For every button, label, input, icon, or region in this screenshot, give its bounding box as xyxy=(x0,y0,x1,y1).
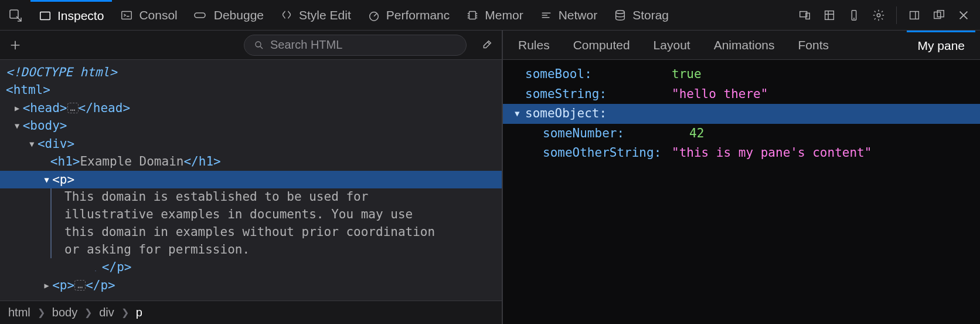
svg-rect-7 xyxy=(806,13,809,19)
tool-memory[interactable]: Memor xyxy=(458,0,531,30)
svg-rect-8 xyxy=(825,11,834,19)
p-tag-close[interactable]: </p> xyxy=(102,260,132,274)
device-icon[interactable] xyxy=(843,5,865,26)
crumb-html[interactable]: html xyxy=(8,306,30,319)
tool-performance[interactable]: Performanc xyxy=(359,0,458,30)
value: 42 xyxy=(689,124,704,144)
tab-animations[interactable]: Animations xyxy=(703,31,785,59)
frames-icon[interactable] xyxy=(819,5,840,26)
svg-point-15 xyxy=(256,42,261,47)
tool-label: Networ xyxy=(559,8,598,22)
svg-point-5 xyxy=(616,10,625,14)
head-tag-close[interactable]: </head> xyxy=(79,101,131,115)
markup-panel: Search HTML <!DOCTYPE html> <html> ▸<hea… xyxy=(0,31,503,324)
crumb-div[interactable]: div xyxy=(99,306,114,319)
svg-rect-1 xyxy=(40,12,50,20)
settings-icon[interactable] xyxy=(868,5,889,26)
twisty-expanded-icon[interactable]: ▾ xyxy=(13,117,23,134)
sidebar-panel: Rules Computed Layout Animations Fonts M… xyxy=(503,31,980,324)
head-tag-open[interactable]: <head> xyxy=(23,101,67,115)
twisty-collapsed-icon[interactable]: ▸ xyxy=(43,276,52,294)
tool-network[interactable]: Networ xyxy=(532,0,606,30)
object-row[interactable]: someBool: true xyxy=(503,65,980,85)
p-text[interactable]: This domain is established to be used fo… xyxy=(50,188,449,258)
chevron-right-icon: ❯ xyxy=(84,307,92,318)
twisty-expanded-icon[interactable]: ▾ xyxy=(43,171,52,188)
tab-mypane[interactable]: My pane xyxy=(907,31,975,59)
value: "hello there" xyxy=(672,85,768,104)
breadcrumb[interactable]: html ❯ body ❯ div ❯ p xyxy=(0,301,502,324)
object-row[interactable]: someNumber: 42 xyxy=(503,124,980,144)
tool-label: Consol xyxy=(139,8,177,22)
crumb-p[interactable]: p xyxy=(136,306,142,319)
dock-window-icon[interactable] xyxy=(928,5,950,26)
tab-computed[interactable]: Computed xyxy=(563,31,641,59)
svg-rect-2 xyxy=(122,11,132,19)
h1-text[interactable]: Example Domain xyxy=(80,154,183,168)
svg-rect-4 xyxy=(469,11,476,19)
twisty-expanded-icon[interactable]: ▾ xyxy=(513,104,525,124)
twisty-expanded-icon[interactable]: ▾ xyxy=(28,135,38,153)
devtools-toolbar: Inspecto Consol Debugge Style Edit Perfo… xyxy=(0,0,980,31)
search-placeholder: Search HTML xyxy=(270,38,342,52)
tab-rules[interactable]: Rules xyxy=(508,31,560,59)
tool-console[interactable]: Consol xyxy=(112,0,185,30)
key: someString xyxy=(525,87,599,101)
sidebar-tabs: Rules Computed Layout Animations Fonts M… xyxy=(503,31,980,60)
p2-tag-open[interactable]: <p> xyxy=(52,278,74,292)
object-viewer[interactable]: someBool: true someString: "hello there"… xyxy=(503,60,980,324)
responsive-design-icon[interactable] xyxy=(794,5,815,26)
doctype[interactable]: <!DOCTYPE html> xyxy=(6,65,117,79)
tab-fonts[interactable]: Fonts xyxy=(788,31,840,59)
svg-rect-12 xyxy=(910,11,919,19)
crumb-body[interactable]: body xyxy=(52,306,77,319)
search-input[interactable]: Search HTML xyxy=(244,35,467,56)
value: "this is my pane's content" xyxy=(672,143,872,163)
chevron-right-icon: ❯ xyxy=(38,307,45,318)
tab-layout[interactable]: Layout xyxy=(643,31,701,59)
key: someNumber xyxy=(543,126,617,140)
ellipsis-icon[interactable]: … xyxy=(67,103,79,113)
body-tag[interactable]: <body> xyxy=(23,119,67,133)
tool-storage[interactable]: Storag xyxy=(605,0,677,30)
tool-inspector[interactable]: Inspecto xyxy=(30,0,112,30)
svg-point-10 xyxy=(854,18,855,19)
key: someOtherString xyxy=(543,146,654,160)
dock-side-icon[interactable] xyxy=(904,5,925,26)
pick-element-button[interactable] xyxy=(0,0,30,30)
h1-tag-close[interactable]: </h1> xyxy=(183,154,220,168)
svg-point-11 xyxy=(877,14,880,17)
tool-label: Performanc xyxy=(386,8,450,22)
h1-tag-open[interactable]: <h1> xyxy=(50,154,80,168)
tool-styleeditor[interactable]: Style Edit xyxy=(272,0,359,30)
html-tag[interactable]: <html> xyxy=(6,83,50,97)
tool-label: Inspecto xyxy=(57,9,104,23)
object-row[interactable]: someString: "hello there" xyxy=(503,85,980,104)
tool-debugger[interactable]: Debugge xyxy=(186,0,272,30)
tool-label: Debugge xyxy=(214,8,264,22)
tool-label: Storag xyxy=(632,8,669,22)
tool-label: Memor xyxy=(485,8,523,22)
markup-tree[interactable]: <!DOCTYPE html> <html> ▸<head>…</head> ▾… xyxy=(0,60,502,301)
close-icon[interactable] xyxy=(953,5,974,26)
div-tag[interactable]: <div> xyxy=(38,137,74,151)
p2-tag-close[interactable]: </p> xyxy=(86,278,115,292)
divider xyxy=(896,6,897,24)
key: someBool xyxy=(525,67,584,81)
value: true xyxy=(672,65,702,85)
tool-label: Style Edit xyxy=(299,8,351,22)
ellipsis-icon[interactable]: … xyxy=(74,280,86,291)
eyedropper-icon[interactable] xyxy=(476,35,497,56)
search-icon xyxy=(254,40,264,50)
selected-node[interactable]: ▾<p> xyxy=(0,171,502,188)
key: someObject xyxy=(525,106,599,120)
p-tag-open[interactable]: <p> xyxy=(52,173,74,187)
add-element-button[interactable] xyxy=(5,35,26,56)
object-row[interactable]: someOtherString: "this is my pane's cont… xyxy=(503,143,980,163)
object-row-selected[interactable]: ▾ someObject: xyxy=(503,104,980,124)
twisty-collapsed-icon[interactable]: ▸ xyxy=(13,99,23,117)
chevron-right-icon: ❯ xyxy=(121,307,129,318)
